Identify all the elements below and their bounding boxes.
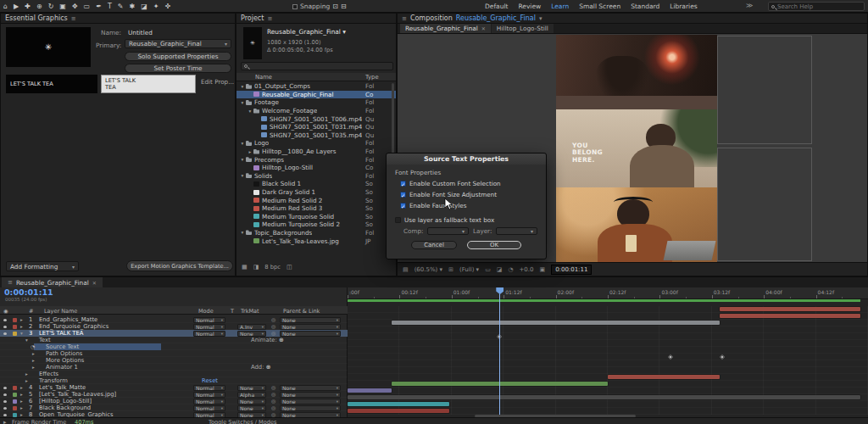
project-item-row[interactable]: ▾01_Output_CompsFol [236, 82, 396, 91]
zoom-tool-icon[interactable]: ⊕ [36, 3, 42, 10]
column-name[interactable]: Name [255, 74, 272, 81]
mode-dropdown[interactable]: Normal▾ [193, 392, 225, 398]
set-poster-time-button[interactable]: Set Poster Time [125, 64, 231, 73]
dialog-title[interactable]: Source Text Properties [387, 153, 546, 165]
project-item-row[interactable]: Medium Red Solid 3So [236, 204, 396, 213]
reset-link[interactable]: Reset [202, 377, 218, 384]
disclosure-arrow[interactable]: ▾ [25, 337, 28, 343]
pickwhip-icon[interactable]: ◎ [271, 330, 275, 337]
search-input[interactable] [777, 3, 861, 10]
timeline-track-area[interactable]: :00f00:12f01:00f01:12f02:00f02:12f03:00f… [348, 287, 868, 418]
project-item-row[interactable]: ▸Hilltop__1080_Ae LayersFol [236, 148, 396, 156]
project-item-row[interactable]: ▾FootageFol [236, 98, 396, 107]
disclosure-arrow[interactable]: ▾ [247, 109, 253, 114]
snapping-control[interactable]: Snapping ⊡ ⊟ [292, 0, 347, 13]
edit-properties-link[interactable]: Edit Prop... [201, 78, 234, 86]
project-item-row[interactable]: SHGN7_S001_S001_T006.mp4Qu [236, 114, 396, 123]
layer-duration-bar[interactable] [392, 321, 720, 325]
trkmat-dropdown[interactable]: None▾ [237, 405, 266, 411]
close-icon[interactable]: ✕ [481, 25, 486, 31]
viewer-tab-hilltop_logo-still[interactable]: Hilltop_Logo-Still [492, 24, 554, 33]
disclosure-arrow[interactable]: ▾ [239, 173, 246, 178]
stopwatch-icon[interactable]: ◔ [31, 343, 35, 350]
pen-tool-icon[interactable]: ✒ [96, 3, 102, 10]
snap-features-icon[interactable]: ⊡ [332, 3, 338, 10]
layer-duration-bar[interactable] [348, 402, 449, 406]
project-item-row[interactable]: Dark Gray Solid 1So [236, 188, 396, 197]
layer-duration-bar[interactable] [348, 409, 449, 413]
eye-icon[interactable] [3, 326, 7, 328]
channels-icon[interactable]: ◔ [508, 266, 513, 273]
disclosure-arrow[interactable]: ▾ [239, 100, 246, 105]
label-color-chip[interactable] [13, 325, 17, 329]
label-color-chip[interactable] [13, 318, 17, 322]
label-color-chip[interactable] [13, 399, 17, 404]
dialog-checkbox-row[interactable]: ✓Enable Font Size Adjustment [400, 191, 537, 198]
disclosure-arrow[interactable]: ▸ [20, 316, 23, 323]
project-search-field[interactable] [241, 62, 393, 70]
workspace-tab-libraries[interactable]: Libraries [670, 3, 697, 10]
disclosure-arrow[interactable]: ▾ [239, 230, 246, 235]
workspace-tab-small-screen[interactable]: Small Screen [579, 3, 620, 10]
trash-icon[interactable]: ◫ [287, 264, 292, 271]
project-item-row[interactable]: Black Solid 1So [236, 180, 396, 188]
project-item-row[interactable]: SHGN7_S001_S001_T035.mp4Qu [236, 131, 396, 140]
toggle-switches-modes-button[interactable]: Toggle Switches / Modes [209, 419, 276, 424]
project-item-row[interactable]: ▾Topic_BackgroundsFol [236, 229, 396, 237]
eye-icon[interactable] [3, 319, 7, 321]
timeline-lane[interactable] [348, 313, 868, 320]
property-row-more-options[interactable]: ▸More Options [0, 357, 348, 364]
eye-icon[interactable] [3, 387, 7, 389]
parent-dropdown[interactable]: None▾ [280, 399, 341, 404]
checkbox[interactable]: ✓ [400, 192, 406, 198]
type-tool-icon[interactable]: T [108, 3, 112, 10]
timeline-lane[interactable] [348, 333, 868, 340]
checkbox[interactable]: ✓ [400, 181, 406, 187]
dialog-checkbox-row[interactable]: ✓Enable Faux Styles [400, 202, 537, 209]
layer-row[interactable]: ▸1End_Graphics_MatteNormal▾◎None▾ [0, 316, 348, 323]
layer-duration-bar[interactable] [348, 388, 392, 393]
workspace-tab-review[interactable]: Review [518, 3, 541, 10]
disclosure-arrow[interactable]: ▾ [20, 330, 23, 337]
disclosure-arrow[interactable]: ▸ [25, 377, 28, 384]
close-icon[interactable]: ✕ [92, 280, 97, 286]
timeline-comp-tab[interactable]: ≡ Reusable_Graphic_Final ✕ [2, 277, 103, 287]
parent-dropdown[interactable]: None▾ [280, 331, 341, 337]
project-item-row[interactable]: ▾LogoFol [236, 139, 396, 148]
current-timecode[interactable]: 0:00:01:11 [4, 288, 53, 296]
resolution-dropdown[interactable]: (Full) ▾ [459, 266, 479, 273]
timeline-lane[interactable] [348, 374, 868, 381]
eg-source-property[interactable]: LET'S TALK TEA [6, 75, 97, 93]
puppet-pin-tool-icon[interactable]: ✜ [164, 3, 170, 10]
disclosure-arrow[interactable]: ▸ [20, 404, 23, 411]
orbit-camera-tool-icon[interactable]: ↻ [48, 3, 54, 10]
disclosure-arrow[interactable]: ▸ [32, 364, 35, 371]
panel-menu-icon[interactable]: ≡ [71, 15, 76, 22]
bit-depth[interactable]: 8 bpc [264, 264, 281, 271]
playhead[interactable] [499, 287, 500, 415]
parent-dropdown[interactable]: None▾ [280, 405, 341, 411]
eye-icon[interactable] [3, 332, 7, 335]
eg-name-value[interactable]: Untitled [128, 29, 153, 36]
chevron-down-icon[interactable]: ▾ [539, 15, 542, 22]
layer-row[interactable]: ▸7Black BackgroundNormal▾None▾◎None▾ [0, 404, 348, 411]
panel-menu-icon[interactable]: ≡ [267, 15, 272, 22]
timeline-lane[interactable] [348, 306, 868, 313]
export-motion-graphics-template-button[interactable]: Export Motion Graphics Template... [126, 260, 233, 271]
parent-dropdown[interactable]: None▾ [280, 392, 341, 398]
keyframe-diamond[interactable] [668, 354, 673, 360]
timeline-lane[interactable] [348, 381, 868, 388]
animate-add-control[interactable]: Animate: ⊕ [251, 337, 284, 343]
mode-dropdown[interactable]: Normal▾ [193, 405, 225, 411]
trkmat-dropdown[interactable]: Alpha▾ [237, 392, 266, 398]
pickwhip-icon[interactable]: ◎ [271, 384, 275, 391]
timeline-lane[interactable] [348, 367, 868, 374]
layer-row[interactable]: ▸6[Hilltop_Logo-Still]Normal▾None▾◎None▾ [0, 398, 348, 404]
search-help-box[interactable] [768, 2, 865, 11]
layer-duration-bar[interactable] [720, 307, 860, 311]
solo-supported-properties-button[interactable]: Solo Supported Properties [125, 52, 231, 61]
project-item-row[interactable]: Medium Turquoise SolidSo [236, 213, 396, 221]
pickwhip-icon[interactable]: ◎ [271, 391, 275, 398]
column-type[interactable]: Type [365, 74, 379, 81]
disclosure-arrow[interactable]: ▸ [20, 323, 23, 330]
